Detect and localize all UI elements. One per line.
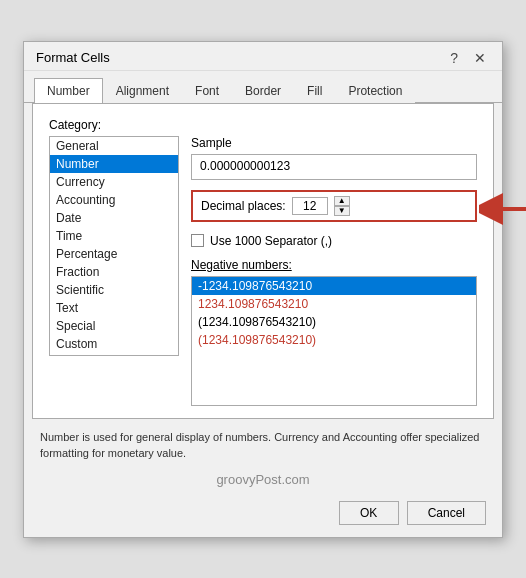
category-panel: General Number Currency Accounting Date … <box>49 136 179 406</box>
footer-text: Number is used for general display of nu… <box>24 419 502 466</box>
right-panel: Sample 0.000000000123 Decimal places: ▲ … <box>191 136 477 406</box>
category-item-text[interactable]: Text <box>50 299 178 317</box>
decimal-label: Decimal places: <box>201 199 286 213</box>
red-arrow-icon <box>479 192 526 226</box>
title-actions: ? ✕ <box>446 50 490 66</box>
title-bar: Format Cells ? ✕ <box>24 42 502 71</box>
dialog-title: Format Cells <box>36 50 110 65</box>
tabs-bar: Number Alignment Font Border Fill Protec… <box>24 71 502 103</box>
sample-value: 0.000000000123 <box>191 154 477 180</box>
separator-checkbox[interactable] <box>191 234 204 247</box>
main-row: General Number Currency Accounting Date … <box>49 136 477 406</box>
tab-border[interactable]: Border <box>232 78 294 103</box>
category-item-scientific[interactable]: Scientific <box>50 281 178 299</box>
watermark-text: groovyPost.com <box>216 472 309 487</box>
tab-alignment[interactable]: Alignment <box>103 78 182 103</box>
category-list[interactable]: General Number Currency Accounting Date … <box>49 136 179 356</box>
category-item-general[interactable]: General <box>50 137 178 155</box>
decimal-row: Decimal places: ▲ ▼ <box>191 190 477 222</box>
neg-item-1[interactable]: 1234.109876543210 <box>192 295 476 313</box>
dialog-footer: OK Cancel <box>24 493 502 537</box>
ok-button[interactable]: OK <box>339 501 399 525</box>
category-item-currency[interactable]: Currency <box>50 173 178 191</box>
tab-protection[interactable]: Protection <box>335 78 415 103</box>
format-cells-dialog: Format Cells ? ✕ Number Alignment Font B… <box>23 41 503 538</box>
category-label: Category: <box>49 118 477 132</box>
close-button[interactable]: ✕ <box>470 50 490 66</box>
watermark: groovyPost.com <box>24 466 502 493</box>
category-item-date[interactable]: Date <box>50 209 178 227</box>
neg-item-0[interactable]: -1234.109876543210 <box>192 277 476 295</box>
negative-numbers-list[interactable]: -1234.109876543210 1234.109876543210 (12… <box>191 276 477 406</box>
sample-label: Sample <box>191 136 477 150</box>
tab-font[interactable]: Font <box>182 78 232 103</box>
category-item-accounting[interactable]: Accounting <box>50 191 178 209</box>
separator-label: Use 1000 Separator (,) <box>210 234 332 248</box>
separator-row: Use 1000 Separator (,) <box>191 234 477 248</box>
spinner-up[interactable]: ▲ <box>334 196 350 206</box>
help-button[interactable]: ? <box>446 50 462 66</box>
category-item-custom[interactable]: Custom <box>50 335 178 353</box>
neg-item-3[interactable]: (1234.109876543210) <box>192 331 476 349</box>
sample-section: Sample 0.000000000123 <box>191 136 477 180</box>
category-item-special[interactable]: Special <box>50 317 178 335</box>
tab-fill[interactable]: Fill <box>294 78 335 103</box>
tab-number[interactable]: Number <box>34 78 103 103</box>
category-item-fraction[interactable]: Fraction <box>50 263 178 281</box>
decimal-input[interactable] <box>292 197 328 215</box>
decimal-spinner: ▲ ▼ <box>334 196 350 216</box>
category-item-time[interactable]: Time <box>50 227 178 245</box>
cancel-button[interactable]: Cancel <box>407 501 486 525</box>
tab-content: Category: General Number Currency Accoun… <box>32 103 494 419</box>
negative-numbers-label: Negative numbers: <box>191 258 477 272</box>
spinner-down[interactable]: ▼ <box>334 206 350 216</box>
neg-item-2[interactable]: (1234.109876543210) <box>192 313 476 331</box>
footer-description: Number is used for general display of nu… <box>40 431 479 460</box>
category-item-number[interactable]: Number <box>50 155 178 173</box>
category-item-percentage[interactable]: Percentage <box>50 245 178 263</box>
